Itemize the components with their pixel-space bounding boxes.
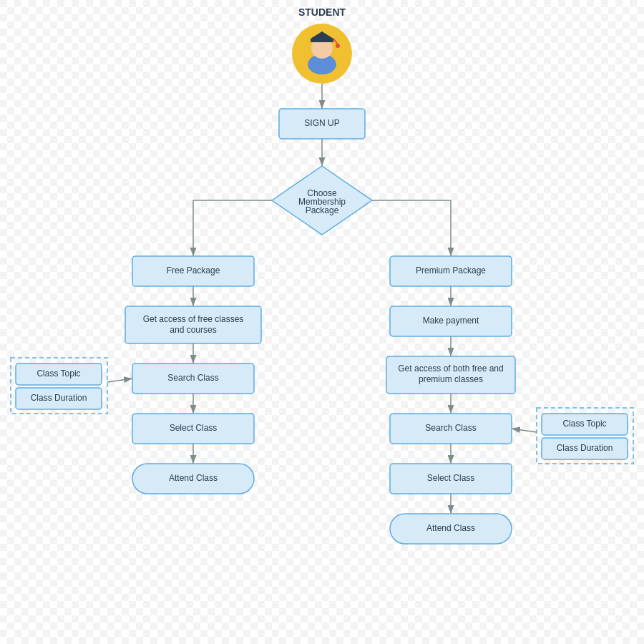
select-class-premium-label: Select Class xyxy=(427,473,475,483)
attend-class-premium-label: Attend Class xyxy=(426,523,475,533)
search-class-premium-label: Search Class xyxy=(425,423,476,433)
get-free-access-label-1: Get access of free classes xyxy=(143,314,244,324)
svg-point-10 xyxy=(336,44,340,48)
svg-rect-7 xyxy=(311,39,333,42)
choose-label-3: Package xyxy=(306,205,339,215)
get-both-access-label-2: premium classes xyxy=(419,374,483,384)
flowchart-diagram: STUDENT SIGN UP Choose Membership Packag… xyxy=(0,0,644,644)
class-duration-right-label: Class Duration xyxy=(557,443,613,453)
premium-package-label: Premium Package xyxy=(416,265,486,275)
free-package-label: Free Package xyxy=(167,265,220,275)
search-class-free-label: Search Class xyxy=(167,373,218,383)
get-both-access-label-1: Get access of both free and xyxy=(398,364,503,374)
signup-label: SIGN UP xyxy=(304,118,339,128)
select-class-free-label: Select Class xyxy=(170,423,218,433)
class-duration-left-label: Class Duration xyxy=(31,393,87,403)
class-topic-right-label: Class Topic xyxy=(562,419,606,429)
get-free-access-label-2: and courses xyxy=(170,325,216,335)
student-title: STUDENT xyxy=(298,6,346,18)
attend-class-free-label: Attend Class xyxy=(169,473,218,483)
class-topic-left-label: Class Topic xyxy=(36,369,80,379)
make-payment-label: Make payment xyxy=(423,316,479,326)
